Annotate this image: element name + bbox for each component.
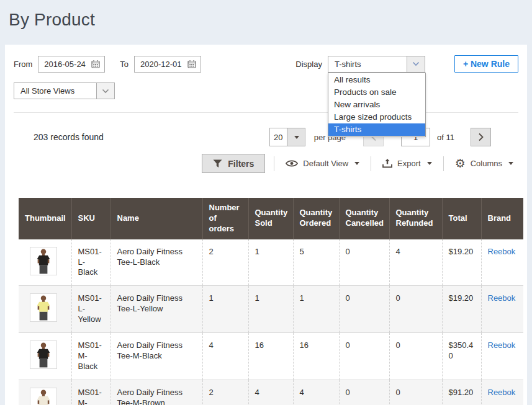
brand-link[interactable]: Reebok	[488, 247, 516, 256]
per-page-dropdown-button[interactable]	[287, 128, 305, 146]
to-date-field[interactable]: 2020-12-01	[134, 56, 201, 73]
quantity-refunded-cell: 0	[389, 333, 442, 380]
brand-cell: Reebok	[481, 333, 523, 380]
view-switcher-label: Default View	[303, 159, 348, 168]
column-header[interactable]: Total	[442, 198, 481, 239]
brand-cell: Reebok	[481, 286, 523, 333]
display-label: Display	[295, 60, 322, 69]
column-header[interactable]: Quantity Refunded	[389, 198, 442, 239]
quantity-sold-cell: 1	[248, 239, 293, 286]
name-cell: Aero Daily Fitness Tee-L-Yellow	[110, 286, 202, 333]
brand-link[interactable]: Reebok	[488, 340, 516, 350]
from-label: From	[14, 60, 32, 69]
from-date-value: 2016-05-24	[44, 60, 86, 69]
column-header[interactable]: Quantity Cancelled	[339, 198, 389, 239]
view-switcher[interactable]: Default View	[283, 159, 362, 168]
table-body: MS01-L-BlackAero Daily Fitness Tee-L-Bla…	[19, 239, 523, 405]
total-cell: $19.20	[442, 286, 481, 333]
name-cell: Aero Daily Fitness Tee-L-Black	[110, 239, 202, 286]
calendar-icon	[91, 60, 100, 68]
table-row: MS01-M-BlackAero Daily Fitness Tee-M-Bla…	[19, 333, 523, 380]
column-header[interactable]: SKU	[71, 198, 110, 239]
column-header[interactable]: Quantity Sold	[248, 198, 293, 239]
product-thumbnail[interactable]	[30, 247, 57, 275]
brand-cell: Reebok	[481, 239, 523, 286]
display-option[interactable]: T-shirts	[328, 123, 425, 136]
column-header[interactable]: Quantity Ordered	[293, 198, 339, 239]
table-header-row: ThumbnailSKUNameNumber of ordersQuantity…	[19, 198, 523, 239]
filter-funnel-icon	[213, 159, 222, 168]
quantity-ordered-cell: 16	[293, 333, 339, 380]
toolbar-divider	[274, 156, 274, 171]
report-table: ThumbnailSKUNameNumber of ordersQuantity…	[19, 198, 523, 405]
display-option[interactable]: New arrivals	[328, 99, 425, 111]
quantity-refunded-cell: 4	[389, 239, 442, 286]
quantity-cancelled-cell: 0	[339, 333, 389, 380]
brand-cell: Reebok	[481, 380, 523, 405]
quantity-cancelled-cell: 0	[339, 239, 389, 286]
product-thumbnail[interactable]	[30, 388, 57, 405]
brand-link[interactable]: Reebok	[488, 388, 516, 397]
brand-link[interactable]: Reebok	[488, 293, 516, 303]
store-view-value: All Store Views	[14, 83, 96, 99]
table-row: MS01-L-BlackAero Daily Fitness Tee-L-Bla…	[19, 239, 523, 286]
export-icon	[382, 159, 392, 168]
quantity-refunded-cell: 0	[389, 286, 442, 333]
number-of-orders-cell: 1	[202, 286, 248, 333]
name-cell: Aero Daily Fitness Tee-M-Brown	[110, 380, 202, 405]
calendar-icon	[187, 60, 196, 68]
next-page-button[interactable]	[471, 128, 491, 146]
to-label: To	[120, 60, 128, 69]
table-row: MS01-M-BrownAero Daily Fitness Tee-M-Bro…	[19, 380, 523, 405]
to-date-value: 2020-12-01	[140, 60, 182, 69]
filters-button[interactable]: Filters	[202, 154, 265, 173]
column-header[interactable]: Brand	[481, 198, 523, 239]
toolbar-divider	[371, 156, 371, 171]
number-of-orders-cell: 2	[202, 239, 248, 286]
quantity-cancelled-cell: 0	[339, 380, 389, 405]
from-date-field[interactable]: 2016-05-24	[38, 56, 105, 73]
display-option[interactable]: Large sized products	[328, 111, 425, 123]
chevron-right-icon	[478, 133, 484, 141]
columns-button[interactable]: ⚙ Columns	[453, 158, 516, 169]
product-thumbnail[interactable]	[30, 340, 57, 369]
sku-cell: MS01-L-Black	[71, 239, 110, 286]
column-header[interactable]: Thumbnail	[19, 198, 71, 239]
filters-button-label: Filters	[228, 159, 254, 169]
name-cell: Aero Daily Fitness Tee-M-Black	[110, 333, 202, 380]
display-select-value: T-shirts	[328, 56, 407, 72]
new-rule-button[interactable]: + New Rule	[454, 55, 518, 73]
number-of-orders-cell: 2	[202, 380, 248, 405]
quantity-ordered-cell: 5	[293, 239, 339, 286]
grid-toolbar: Filters Default View Export ⚙ Columns	[14, 146, 518, 173]
eye-icon	[286, 159, 298, 167]
caret-down-icon	[508, 162, 513, 165]
export-button[interactable]: Export	[380, 159, 435, 168]
filter-row: From 2016-05-24 To 2020-12-01 Display T-…	[14, 55, 518, 73]
records-found: 203 records found	[34, 132, 104, 142]
quantity-sold-cell: 4	[248, 380, 293, 405]
column-header[interactable]: Number of orders	[202, 198, 248, 239]
store-view-row: All Store Views	[14, 82, 518, 113]
chevron-down-icon	[96, 83, 114, 99]
total-pages-label: of 11	[437, 133, 454, 142]
display-dropdown: All resultsProducts on saleNew arrivalsL…	[328, 73, 426, 137]
page-title: By Product	[0, 0, 532, 30]
sku-cell: MS01-M-Brown	[71, 380, 110, 405]
total-cell: $91.20	[442, 380, 481, 405]
quantity-sold-cell: 1	[248, 286, 293, 333]
display-option[interactable]: Products on sale	[328, 86, 425, 99]
total-cell: $350.40	[442, 333, 481, 380]
column-header[interactable]: Name	[110, 198, 202, 239]
store-view-select[interactable]: All Store Views	[14, 82, 115, 99]
total-cell: $19.20	[442, 239, 481, 286]
chevron-down-icon	[407, 56, 425, 72]
display-option[interactable]: All results	[328, 74, 425, 86]
per-page-select[interactable]: 20	[269, 128, 287, 146]
caret-down-icon	[427, 162, 432, 165]
content-card: From 2016-05-24 To 2020-12-01 Display T-…	[5, 45, 527, 405]
display-select[interactable]: T-shirts All resultsProducts on saleNew …	[328, 56, 425, 73]
sku-cell: MS01-L-Yellow	[71, 286, 110, 333]
product-thumbnail[interactable]	[30, 293, 57, 322]
quantity-sold-cell: 16	[248, 333, 293, 380]
